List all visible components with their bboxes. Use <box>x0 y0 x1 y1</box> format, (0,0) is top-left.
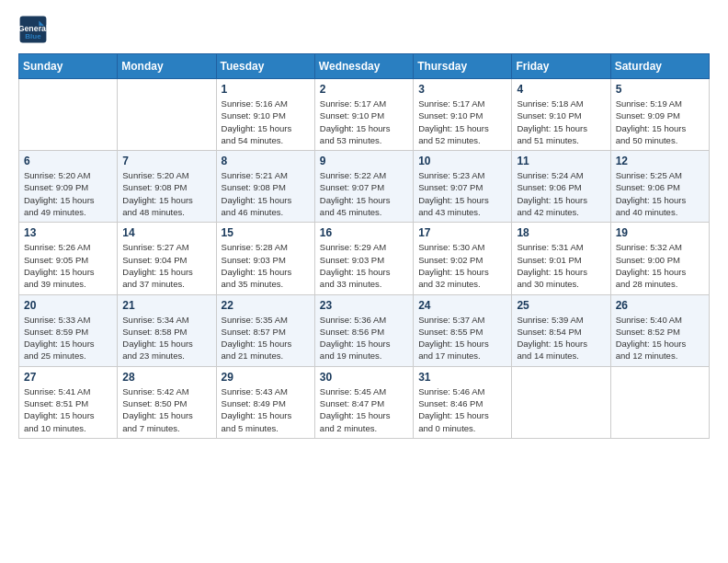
day-number: 18 <box>517 226 605 239</box>
logo-icon: General Blue <box>18 15 48 44</box>
calendar-day-cell: 6Sunrise: 5:20 AMSunset: 9:09 PMDaylight… <box>19 151 118 223</box>
day-info: Sunrise: 5:35 AMSunset: 8:57 PMDaylight:… <box>222 314 310 362</box>
calendar-week-row: 6Sunrise: 5:20 AMSunset: 9:09 PMDaylight… <box>19 151 710 223</box>
day-info: Sunrise: 5:20 AMSunset: 9:09 PMDaylight:… <box>24 169 112 218</box>
day-number: 15 <box>222 226 310 239</box>
calendar-table: SundayMondayTuesdayWednesdayThursdayFrid… <box>18 53 710 439</box>
calendar-header-row: SundayMondayTuesdayWednesdayThursdayFrid… <box>19 54 710 79</box>
calendar-day-cell: 1Sunrise: 5:16 AMSunset: 9:10 PMDaylight… <box>216 79 314 151</box>
calendar-day-cell: 15Sunrise: 5:28 AMSunset: 9:03 PMDayligh… <box>216 223 314 294</box>
day-number: 23 <box>320 299 408 312</box>
day-info: Sunrise: 5:34 AMSunset: 8:58 PMDaylight:… <box>122 314 210 362</box>
day-info: Sunrise: 5:33 AMSunset: 8:59 PMDaylight:… <box>24 314 112 362</box>
page-container: General Blue SundayMondayTuesdayWednesda… <box>0 0 728 454</box>
day-info: Sunrise: 5:22 AMSunset: 9:07 PMDaylight:… <box>320 169 408 218</box>
day-number: 21 <box>122 299 210 312</box>
day-number: 24 <box>418 299 506 312</box>
calendar-day-cell: 5Sunrise: 5:19 AMSunset: 9:09 PMDaylight… <box>610 79 709 151</box>
day-number: 26 <box>616 299 704 312</box>
day-number: 2 <box>320 83 408 96</box>
day-info: Sunrise: 5:19 AMSunset: 9:09 PMDaylight:… <box>616 98 704 146</box>
calendar-day-cell: 18Sunrise: 5:31 AMSunset: 9:01 PMDayligh… <box>512 223 610 294</box>
logo: General Blue <box>18 15 51 44</box>
calendar-day-header: Monday <box>118 54 216 79</box>
day-info: Sunrise: 5:25 AMSunset: 9:06 PMDaylight:… <box>616 169 704 218</box>
day-info: Sunrise: 5:26 AMSunset: 9:05 PMDaylight:… <box>24 241 112 290</box>
calendar-day-header: Friday <box>512 54 610 79</box>
day-info: Sunrise: 5:40 AMSunset: 8:52 PMDaylight:… <box>616 314 704 362</box>
calendar-day-cell: 25Sunrise: 5:39 AMSunset: 8:54 PMDayligh… <box>512 294 610 366</box>
day-number: 11 <box>517 155 605 167</box>
day-info: Sunrise: 5:28 AMSunset: 9:03 PMDaylight:… <box>222 241 310 290</box>
day-info: Sunrise: 5:27 AMSunset: 9:04 PMDaylight:… <box>122 241 210 290</box>
calendar-day-cell: 2Sunrise: 5:17 AMSunset: 9:10 PMDaylight… <box>314 79 413 151</box>
day-number: 27 <box>24 371 112 384</box>
day-number: 7 <box>122 155 210 167</box>
day-number: 8 <box>222 155 310 167</box>
day-info: Sunrise: 5:17 AMSunset: 9:10 PMDaylight:… <box>418 98 506 146</box>
day-info: Sunrise: 5:17 AMSunset: 9:10 PMDaylight:… <box>320 98 408 146</box>
calendar-day-header: Tuesday <box>216 54 314 79</box>
calendar-day-cell: 12Sunrise: 5:25 AMSunset: 9:06 PMDayligh… <box>610 151 709 223</box>
day-info: Sunrise: 5:39 AMSunset: 8:54 PMDaylight:… <box>517 314 605 362</box>
calendar-day-cell: 13Sunrise: 5:26 AMSunset: 9:05 PMDayligh… <box>19 223 118 294</box>
calendar-week-row: 13Sunrise: 5:26 AMSunset: 9:05 PMDayligh… <box>19 223 710 294</box>
day-number: 19 <box>616 226 704 239</box>
day-number: 4 <box>517 83 605 96</box>
day-number: 10 <box>418 155 506 167</box>
calendar-day-cell: 19Sunrise: 5:32 AMSunset: 9:00 PMDayligh… <box>610 223 709 294</box>
day-info: Sunrise: 5:29 AMSunset: 9:03 PMDaylight:… <box>320 241 408 290</box>
day-info: Sunrise: 5:18 AMSunset: 9:10 PMDaylight:… <box>517 98 605 146</box>
calendar-day-cell <box>19 79 118 151</box>
calendar-day-cell: 17Sunrise: 5:30 AMSunset: 9:02 PMDayligh… <box>414 223 512 294</box>
calendar-day-cell: 9Sunrise: 5:22 AMSunset: 9:07 PMDaylight… <box>314 151 413 223</box>
svg-text:General: General <box>18 24 48 33</box>
calendar-day-header: Saturday <box>610 54 709 79</box>
day-number: 17 <box>418 226 506 239</box>
day-info: Sunrise: 5:46 AMSunset: 8:46 PMDaylight:… <box>418 385 506 434</box>
calendar-week-row: 20Sunrise: 5:33 AMSunset: 8:59 PMDayligh… <box>19 294 710 366</box>
calendar-day-cell: 21Sunrise: 5:34 AMSunset: 8:58 PMDayligh… <box>118 294 216 366</box>
calendar-day-cell: 11Sunrise: 5:24 AMSunset: 9:06 PMDayligh… <box>512 151 610 223</box>
day-number: 1 <box>222 83 310 96</box>
calendar-day-cell: 22Sunrise: 5:35 AMSunset: 8:57 PMDayligh… <box>216 294 314 366</box>
calendar-day-cell: 14Sunrise: 5:27 AMSunset: 9:04 PMDayligh… <box>118 223 216 294</box>
calendar-day-cell: 26Sunrise: 5:40 AMSunset: 8:52 PMDayligh… <box>610 294 709 366</box>
day-number: 30 <box>320 371 408 384</box>
calendar-week-row: 27Sunrise: 5:41 AMSunset: 8:51 PMDayligh… <box>19 366 710 438</box>
day-info: Sunrise: 5:21 AMSunset: 9:08 PMDaylight:… <box>222 169 310 218</box>
day-number: 14 <box>122 226 210 239</box>
day-info: Sunrise: 5:43 AMSunset: 8:49 PMDaylight:… <box>222 385 310 434</box>
calendar-week-row: 1Sunrise: 5:16 AMSunset: 9:10 PMDaylight… <box>19 79 710 151</box>
day-info: Sunrise: 5:24 AMSunset: 9:06 PMDaylight:… <box>517 169 605 218</box>
day-number: 12 <box>616 155 704 167</box>
day-number: 16 <box>320 226 408 239</box>
calendar-day-cell <box>610 366 709 438</box>
header: General Blue <box>18 15 710 44</box>
calendar-day-cell: 30Sunrise: 5:45 AMSunset: 8:47 PMDayligh… <box>314 366 413 438</box>
calendar-day-cell <box>118 79 216 151</box>
day-info: Sunrise: 5:42 AMSunset: 8:50 PMDaylight:… <box>122 385 210 434</box>
calendar-day-cell: 27Sunrise: 5:41 AMSunset: 8:51 PMDayligh… <box>19 366 118 438</box>
day-info: Sunrise: 5:16 AMSunset: 9:10 PMDaylight:… <box>222 98 310 146</box>
calendar-day-cell: 23Sunrise: 5:36 AMSunset: 8:56 PMDayligh… <box>314 294 413 366</box>
day-number: 3 <box>418 83 506 96</box>
day-number: 9 <box>320 155 408 167</box>
day-number: 28 <box>122 371 210 384</box>
day-info: Sunrise: 5:36 AMSunset: 8:56 PMDaylight:… <box>320 314 408 362</box>
day-number: 5 <box>616 83 704 96</box>
day-number: 29 <box>222 371 310 384</box>
calendar-day-cell: 10Sunrise: 5:23 AMSunset: 9:07 PMDayligh… <box>414 151 512 223</box>
calendar-day-cell: 24Sunrise: 5:37 AMSunset: 8:55 PMDayligh… <box>414 294 512 366</box>
svg-text:Blue: Blue <box>25 32 41 40</box>
day-info: Sunrise: 5:32 AMSunset: 9:00 PMDaylight:… <box>616 241 704 290</box>
calendar-day-cell: 8Sunrise: 5:21 AMSunset: 9:08 PMDaylight… <box>216 151 314 223</box>
day-info: Sunrise: 5:20 AMSunset: 9:08 PMDaylight:… <box>122 169 210 218</box>
calendar-day-cell: 20Sunrise: 5:33 AMSunset: 8:59 PMDayligh… <box>19 294 118 366</box>
calendar-day-header: Thursday <box>414 54 512 79</box>
day-number: 20 <box>24 299 112 312</box>
day-number: 6 <box>24 155 112 167</box>
calendar-day-cell: 7Sunrise: 5:20 AMSunset: 9:08 PMDaylight… <box>118 151 216 223</box>
day-info: Sunrise: 5:45 AMSunset: 8:47 PMDaylight:… <box>320 385 408 434</box>
calendar-day-header: Sunday <box>19 54 118 79</box>
